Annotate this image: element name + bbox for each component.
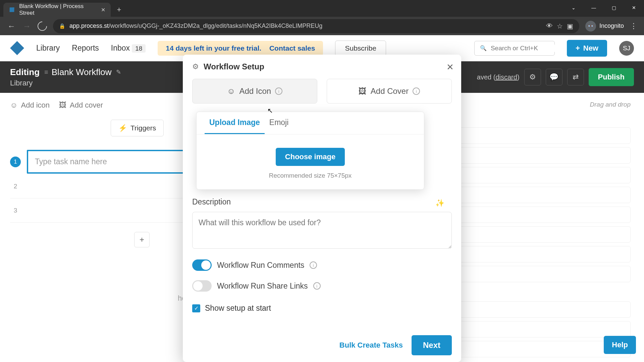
- task-number: 1: [10, 157, 21, 167]
- comments-label: Workflow Run Comments: [217, 261, 304, 270]
- incognito-label: Incognito: [599, 22, 624, 29]
- settings-icon[interactable]: ⚙: [524, 69, 541, 85]
- add-icon-link[interactable]: ☺Add icon: [10, 101, 50, 110]
- help-button[interactable]: Help: [604, 336, 636, 354]
- workflow-comments-row: Workflow Run Comments i: [192, 259, 452, 271]
- next-button[interactable]: Next: [412, 335, 452, 355]
- task-number: 3: [10, 207, 21, 214]
- url-text: app.process.st/workflows/uQGGj-_oKZ43zDM…: [69, 22, 542, 29]
- avatar[interactable]: SJ: [619, 41, 634, 56]
- address-bar: ← → 🔒 app.process.st/workflows/uQGGj-_oK…: [0, 17, 644, 35]
- description-input[interactable]: [192, 212, 452, 249]
- incognito-icon: 👓: [585, 21, 596, 32]
- plus-icon: +: [576, 44, 580, 53]
- browser-chrome: Blank Workflow | Process Street ✕ + ⌄ — …: [0, 0, 644, 35]
- favicon-icon: [7, 5, 17, 14]
- contact-sales-link[interactable]: Contact sales: [269, 44, 315, 52]
- triggers-button[interactable]: ⚡Triggers: [111, 120, 164, 136]
- bulk-create-link[interactable]: Bulk Create Tasks: [339, 341, 403, 350]
- close-tab-icon[interactable]: ✕: [101, 7, 105, 13]
- smile-icon: ☺: [227, 86, 235, 96]
- discard-link[interactable]: discard: [495, 73, 517, 81]
- tab-title: Blank Workflow | Process Street: [19, 3, 97, 16]
- nav-inbox[interactable]: Inbox18: [111, 44, 146, 53]
- tab-bar: Blank Workflow | Process Street ✕ +: [0, 0, 644, 17]
- modal-title: Workflow Setup: [204, 62, 264, 71]
- workflow-setup-modal: ⚙ Workflow Setup ✕ ☺Add Iconi 🖼Add Cover…: [183, 55, 461, 362]
- nav-library[interactable]: Library: [36, 44, 60, 53]
- gear-icon: ⚙: [192, 62, 199, 71]
- image-icon: 🖼: [359, 86, 367, 96]
- trial-days: 14 days left: [166, 44, 204, 52]
- forward-icon: →: [22, 21, 32, 31]
- url-input[interactable]: 🔒 app.process.st/workflows/uQGGj-_oKZ43z…: [53, 19, 579, 33]
- search-input[interactable]: [491, 45, 570, 52]
- bolt-icon: ⚡: [118, 124, 127, 132]
- share-toggle[interactable]: [192, 280, 212, 292]
- icon-upload-popover: Upload Image Emoji Choose image Recommen…: [196, 112, 424, 190]
- new-button[interactable]: +New: [567, 40, 607, 57]
- show-setup-checkbox[interactable]: ✓: [192, 304, 200, 312]
- task-number: 2: [10, 183, 21, 190]
- star-icon[interactable]: ☆: [557, 22, 563, 30]
- browser-tab[interactable]: Blank Workflow | Process Street ✕: [3, 3, 111, 17]
- description-label: Description: [192, 197, 452, 206]
- close-window-icon[interactable]: ✕: [624, 0, 644, 15]
- image-icon: 🖼: [59, 101, 66, 110]
- tab-upload-image[interactable]: Upload Image: [205, 112, 265, 134]
- info-icon[interactable]: i: [310, 261, 317, 269]
- workflow-share-row: Workflow Run Share Links i: [192, 280, 452, 292]
- search-box[interactable]: 🔍: [474, 41, 555, 56]
- extension-icon[interactable]: ▣: [567, 22, 573, 30]
- menu-icon[interactable]: ⋮: [630, 22, 637, 31]
- lock-icon: 🔒: [59, 23, 65, 29]
- tab-dropdown-icon[interactable]: ⌄: [564, 0, 584, 15]
- subscribe-button[interactable]: Subscribe: [335, 41, 386, 56]
- choose-image-button[interactable]: Choose image: [276, 148, 345, 166]
- add-icon-button[interactable]: ☺Add Iconi: [192, 79, 317, 104]
- minimize-icon[interactable]: —: [584, 0, 604, 15]
- shuffle-icon[interactable]: ⇄: [567, 69, 584, 85]
- publish-button[interactable]: Publish: [589, 68, 634, 86]
- new-tab-button[interactable]: +: [113, 4, 125, 15]
- reload-icon[interactable]: [36, 19, 49, 33]
- maximize-icon[interactable]: ▢: [604, 0, 624, 15]
- add-cover-link[interactable]: 🖼Add cover: [59, 101, 103, 110]
- incognito-badge: 👓 Incognito: [585, 21, 624, 32]
- comment-icon[interactable]: 💬: [546, 69, 562, 85]
- share-label: Workflow Run Share Links: [217, 282, 308, 291]
- editing-label: Editing: [10, 67, 40, 77]
- window-controls: ⌄ — ▢ ✕: [564, 0, 644, 15]
- search-icon: 🔍: [480, 45, 487, 51]
- info-icon[interactable]: i: [275, 87, 282, 95]
- trial-rest: in your free trial.: [204, 44, 261, 52]
- info-icon[interactable]: i: [413, 87, 420, 95]
- back-icon[interactable]: ←: [7, 21, 16, 31]
- pencil-icon[interactable]: ✎: [116, 68, 121, 76]
- inbox-count: 18: [132, 44, 146, 53]
- tab-emoji[interactable]: Emoji: [265, 112, 293, 134]
- saved-text: aved (discard): [477, 73, 520, 81]
- nav-reports[interactable]: Reports: [72, 44, 99, 53]
- magic-wand-icon[interactable]: ✨: [435, 199, 444, 207]
- info-icon[interactable]: i: [313, 282, 321, 290]
- add-cover-button[interactable]: 🖼Add Coveri: [327, 79, 452, 104]
- workflow-icon: ≡: [44, 68, 48, 76]
- show-setup-row: ✓ Show setup at start: [192, 304, 452, 313]
- recommended-size: Recommended size 75×75px: [197, 172, 424, 179]
- add-task-button[interactable]: +: [134, 232, 150, 247]
- smile-icon: ☺: [10, 101, 17, 110]
- show-setup-label: Show setup at start: [205, 304, 271, 313]
- trial-banner: 14 days left in your free trial. Contact…: [158, 41, 323, 56]
- workflow-name: ≡Blank Workflow: [44, 67, 111, 77]
- logo-icon[interactable]: [10, 41, 24, 55]
- close-icon[interactable]: ✕: [446, 62, 454, 72]
- comments-toggle[interactable]: [192, 259, 212, 271]
- eye-off-icon[interactable]: 👁: [546, 22, 553, 30]
